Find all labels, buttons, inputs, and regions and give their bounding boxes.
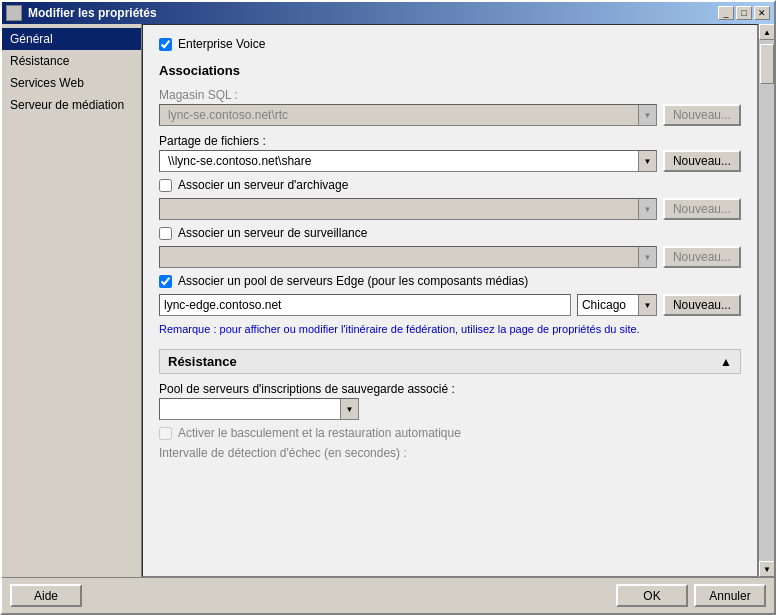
archivage-input-row: ▼ Nouveau...	[159, 198, 741, 220]
edge-pool-input[interactable]: lync-edge.contoso.net	[159, 294, 571, 316]
archivage-input[interactable]: ▼	[159, 198, 657, 220]
partage-fichiers-arrow[interactable]: ▼	[638, 151, 656, 171]
basculement-checkbox-row: Activer le basculement et la restauratio…	[159, 426, 741, 440]
pool-backup-label: Pool de serveurs d'inscriptions de sauve…	[159, 382, 741, 396]
magasin-sql-input[interactable]: lync-se.contoso.net\rtc ▼	[159, 104, 657, 126]
basculement-label: Activer le basculement et la restauratio…	[178, 426, 461, 440]
edge-pool-input-row: lync-edge.contoso.net Chicago ▼ Nouveau.…	[159, 294, 741, 316]
title-bar-buttons: _ □ ✕	[718, 6, 770, 20]
maximize-button[interactable]: □	[736, 6, 752, 20]
magasin-sql-label: Magasin SQL :	[159, 88, 741, 102]
sidebar: Général Résistance Services Web Serveur …	[2, 24, 142, 577]
sidebar-item-serveur-mediation[interactable]: Serveur de médiation	[2, 94, 141, 116]
surveillance-nouveau-button[interactable]: Nouveau...	[663, 246, 741, 268]
partage-fichiers-row: \\lync-se.contoso.net\share ▼ Nouveau...	[159, 150, 741, 172]
edge-pool-label: Associer un pool de serveurs Edge (pour …	[178, 274, 528, 288]
archivage-arrow[interactable]: ▼	[638, 199, 656, 219]
partage-fichiers-nouveau-button[interactable]: Nouveau...	[663, 150, 741, 172]
remark-text: Remarque : pour afficher ou modifier l'i…	[159, 322, 741, 337]
archivage-checkbox[interactable]	[159, 179, 172, 192]
resistance-section-header[interactable]: Résistance ▲	[159, 349, 741, 374]
partage-fichiers-label: Partage de fichiers :	[159, 134, 741, 148]
scrollbar: ▲ ▼	[758, 24, 774, 577]
footer: Aide OK Annuler	[2, 577, 774, 613]
collapse-icon: ▲	[720, 355, 732, 369]
content-area: Enterprise Voice Associations Magasin SQ…	[142, 24, 758, 577]
edge-city-dropdown[interactable]: Chicago ▼	[577, 294, 657, 316]
annuler-button[interactable]: Annuler	[694, 584, 766, 607]
surveillance-checkbox-row: Associer un serveur de surveillance	[159, 226, 741, 240]
minimize-button[interactable]: _	[718, 6, 734, 20]
title-bar: Modifier les propriétés _ □ ✕	[2, 2, 774, 24]
magasin-sql-arrow[interactable]: ▼	[638, 105, 656, 125]
pool-backup-arrow[interactable]: ▼	[340, 399, 358, 419]
window-title: Modifier les propriétés	[28, 6, 157, 20]
magasin-sql-nouveau-button[interactable]: Nouveau...	[663, 104, 741, 126]
intervalle-label: Intervalle de détection d'échec (en seco…	[159, 446, 407, 460]
intervalle-row: Intervalle de détection d'échec (en seco…	[159, 446, 741, 460]
edge-pool-nouveau-button[interactable]: Nouveau...	[663, 294, 741, 316]
surveillance-input[interactable]: ▼	[159, 246, 657, 268]
window-body: Général Résistance Services Web Serveur …	[2, 24, 774, 613]
pool-backup-row: ▼	[159, 398, 741, 420]
close-button[interactable]: ✕	[754, 6, 770, 20]
surveillance-checkbox[interactable]	[159, 227, 172, 240]
archivage-checkbox-row: Associer un serveur d'archivage	[159, 178, 741, 192]
resistance-header: Résistance	[168, 354, 237, 369]
pool-backup-input[interactable]: ▼	[159, 398, 359, 420]
partage-fichiers-input[interactable]: \\lync-se.contoso.net\share ▼	[159, 150, 657, 172]
scroll-thumb[interactable]	[760, 44, 774, 84]
surveillance-input-row: ▼ Nouveau...	[159, 246, 741, 268]
sidebar-item-services-web[interactable]: Services Web	[2, 72, 141, 94]
ok-button[interactable]: OK	[616, 584, 688, 607]
enterprise-voice-label: Enterprise Voice	[178, 37, 265, 51]
edge-pool-checkbox-row: Associer un pool de serveurs Edge (pour …	[159, 274, 741, 288]
aide-button[interactable]: Aide	[10, 584, 82, 607]
enterprise-voice-row: Enterprise Voice	[159, 37, 741, 51]
edge-city-arrow[interactable]: ▼	[638, 295, 656, 315]
surveillance-label: Associer un serveur de surveillance	[178, 226, 367, 240]
main-window: Modifier les propriétés _ □ ✕ Général Ré…	[0, 0, 776, 615]
scroll-down-button[interactable]: ▼	[759, 561, 774, 577]
magasin-sql-row: lync-se.contoso.net\rtc ▼ Nouveau...	[159, 104, 741, 126]
main-content: Général Résistance Services Web Serveur …	[2, 24, 774, 577]
footer-right: OK Annuler	[616, 584, 766, 607]
archivage-label: Associer un serveur d'archivage	[178, 178, 348, 192]
window-icon	[6, 5, 22, 21]
surveillance-arrow[interactable]: ▼	[638, 247, 656, 267]
edge-pool-checkbox[interactable]	[159, 275, 172, 288]
associations-header: Associations	[159, 63, 741, 80]
sidebar-item-resistance[interactable]: Résistance	[2, 50, 141, 72]
scroll-track	[759, 40, 774, 561]
scroll-up-button[interactable]: ▲	[759, 24, 774, 40]
title-bar-text: Modifier les propriétés	[6, 5, 157, 21]
sidebar-item-general[interactable]: Général	[2, 28, 141, 50]
archivage-nouveau-button[interactable]: Nouveau...	[663, 198, 741, 220]
basculement-checkbox[interactable]	[159, 427, 172, 440]
enterprise-voice-checkbox[interactable]	[159, 38, 172, 51]
